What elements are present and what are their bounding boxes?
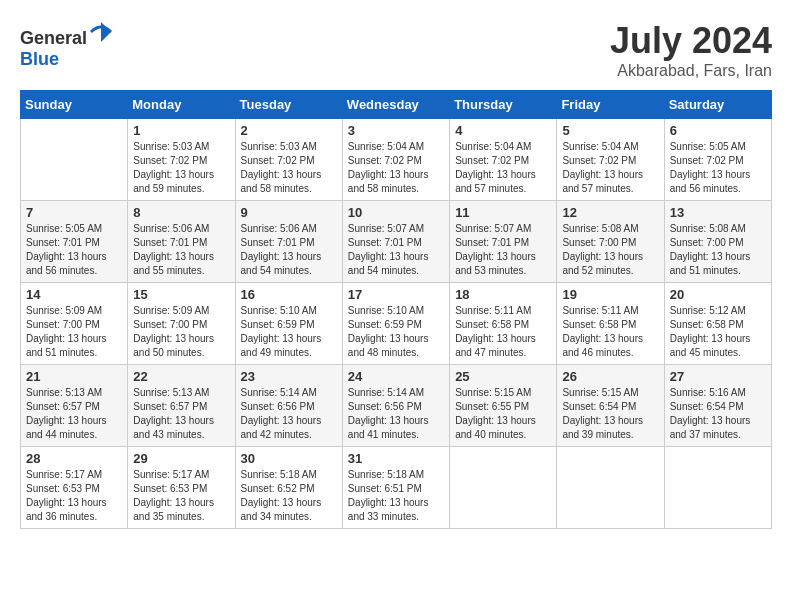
calendar-cell: 8Sunrise: 5:06 AMSunset: 7:01 PMDaylight… bbox=[128, 201, 235, 283]
day-info: Sunrise: 5:04 AMSunset: 7:02 PMDaylight:… bbox=[562, 140, 658, 196]
day-info: Sunrise: 5:07 AMSunset: 7:01 PMDaylight:… bbox=[455, 222, 551, 278]
logo-blue: Blue bbox=[20, 49, 59, 69]
calendar-cell: 23Sunrise: 5:14 AMSunset: 6:56 PMDayligh… bbox=[235, 365, 342, 447]
day-number: 25 bbox=[455, 369, 551, 384]
day-info: Sunrise: 5:14 AMSunset: 6:56 PMDaylight:… bbox=[348, 386, 444, 442]
day-info: Sunrise: 5:14 AMSunset: 6:56 PMDaylight:… bbox=[241, 386, 337, 442]
day-number: 3 bbox=[348, 123, 444, 138]
day-info: Sunrise: 5:03 AMSunset: 7:02 PMDaylight:… bbox=[133, 140, 229, 196]
calendar-cell: 29Sunrise: 5:17 AMSunset: 6:53 PMDayligh… bbox=[128, 447, 235, 529]
calendar-cell: 18Sunrise: 5:11 AMSunset: 6:58 PMDayligh… bbox=[450, 283, 557, 365]
calendar-cell: 17Sunrise: 5:10 AMSunset: 6:59 PMDayligh… bbox=[342, 283, 449, 365]
calendar-cell: 12Sunrise: 5:08 AMSunset: 7:00 PMDayligh… bbox=[557, 201, 664, 283]
day-number: 23 bbox=[241, 369, 337, 384]
day-info: Sunrise: 5:08 AMSunset: 7:00 PMDaylight:… bbox=[670, 222, 766, 278]
day-number: 6 bbox=[670, 123, 766, 138]
day-number: 9 bbox=[241, 205, 337, 220]
day-number: 28 bbox=[26, 451, 122, 466]
calendar-cell: 15Sunrise: 5:09 AMSunset: 7:00 PMDayligh… bbox=[128, 283, 235, 365]
header-day-monday: Monday bbox=[128, 91, 235, 119]
header-day-saturday: Saturday bbox=[664, 91, 771, 119]
calendar-header: SundayMondayTuesdayWednesdayThursdayFrid… bbox=[21, 91, 772, 119]
logo: General Blue bbox=[20, 20, 113, 70]
day-number: 10 bbox=[348, 205, 444, 220]
day-info: Sunrise: 5:17 AMSunset: 6:53 PMDaylight:… bbox=[133, 468, 229, 524]
day-info: Sunrise: 5:09 AMSunset: 7:00 PMDaylight:… bbox=[133, 304, 229, 360]
header-day-sunday: Sunday bbox=[21, 91, 128, 119]
logo-general: General bbox=[20, 28, 87, 48]
calendar-cell: 20Sunrise: 5:12 AMSunset: 6:58 PMDayligh… bbox=[664, 283, 771, 365]
day-number: 18 bbox=[455, 287, 551, 302]
page-header: General Blue July 2024 Akbarabad, Fars, … bbox=[20, 20, 772, 80]
header-day-thursday: Thursday bbox=[450, 91, 557, 119]
calendar-cell: 14Sunrise: 5:09 AMSunset: 7:00 PMDayligh… bbox=[21, 283, 128, 365]
calendar-cell: 5Sunrise: 5:04 AMSunset: 7:02 PMDaylight… bbox=[557, 119, 664, 201]
day-number: 11 bbox=[455, 205, 551, 220]
day-number: 13 bbox=[670, 205, 766, 220]
day-number: 1 bbox=[133, 123, 229, 138]
day-info: Sunrise: 5:18 AMSunset: 6:51 PMDaylight:… bbox=[348, 468, 444, 524]
month-title: July 2024 bbox=[610, 20, 772, 62]
day-info: Sunrise: 5:04 AMSunset: 7:02 PMDaylight:… bbox=[348, 140, 444, 196]
day-info: Sunrise: 5:09 AMSunset: 7:00 PMDaylight:… bbox=[26, 304, 122, 360]
calendar-cell: 11Sunrise: 5:07 AMSunset: 7:01 PMDayligh… bbox=[450, 201, 557, 283]
calendar-cell: 10Sunrise: 5:07 AMSunset: 7:01 PMDayligh… bbox=[342, 201, 449, 283]
calendar-cell bbox=[21, 119, 128, 201]
day-info: Sunrise: 5:05 AMSunset: 7:02 PMDaylight:… bbox=[670, 140, 766, 196]
day-info: Sunrise: 5:11 AMSunset: 6:58 PMDaylight:… bbox=[455, 304, 551, 360]
day-number: 20 bbox=[670, 287, 766, 302]
day-number: 30 bbox=[241, 451, 337, 466]
calendar-cell: 22Sunrise: 5:13 AMSunset: 6:57 PMDayligh… bbox=[128, 365, 235, 447]
day-info: Sunrise: 5:18 AMSunset: 6:52 PMDaylight:… bbox=[241, 468, 337, 524]
title-block: July 2024 Akbarabad, Fars, Iran bbox=[610, 20, 772, 80]
day-number: 22 bbox=[133, 369, 229, 384]
calendar-cell: 4Sunrise: 5:04 AMSunset: 7:02 PMDaylight… bbox=[450, 119, 557, 201]
calendar-cell: 28Sunrise: 5:17 AMSunset: 6:53 PMDayligh… bbox=[21, 447, 128, 529]
calendar-cell: 24Sunrise: 5:14 AMSunset: 6:56 PMDayligh… bbox=[342, 365, 449, 447]
calendar-cell: 26Sunrise: 5:15 AMSunset: 6:54 PMDayligh… bbox=[557, 365, 664, 447]
calendar-cell bbox=[450, 447, 557, 529]
day-info: Sunrise: 5:04 AMSunset: 7:02 PMDaylight:… bbox=[455, 140, 551, 196]
week-row-2: 14Sunrise: 5:09 AMSunset: 7:00 PMDayligh… bbox=[21, 283, 772, 365]
logo-text: General Blue bbox=[20, 20, 113, 70]
day-number: 8 bbox=[133, 205, 229, 220]
calendar-body: 1Sunrise: 5:03 AMSunset: 7:02 PMDaylight… bbox=[21, 119, 772, 529]
day-number: 7 bbox=[26, 205, 122, 220]
day-info: Sunrise: 5:06 AMSunset: 7:01 PMDaylight:… bbox=[133, 222, 229, 278]
day-info: Sunrise: 5:15 AMSunset: 6:55 PMDaylight:… bbox=[455, 386, 551, 442]
day-number: 12 bbox=[562, 205, 658, 220]
calendar-cell: 19Sunrise: 5:11 AMSunset: 6:58 PMDayligh… bbox=[557, 283, 664, 365]
week-row-0: 1Sunrise: 5:03 AMSunset: 7:02 PMDaylight… bbox=[21, 119, 772, 201]
calendar-cell: 25Sunrise: 5:15 AMSunset: 6:55 PMDayligh… bbox=[450, 365, 557, 447]
day-info: Sunrise: 5:07 AMSunset: 7:01 PMDaylight:… bbox=[348, 222, 444, 278]
calendar-cell: 3Sunrise: 5:04 AMSunset: 7:02 PMDaylight… bbox=[342, 119, 449, 201]
calendar-cell: 31Sunrise: 5:18 AMSunset: 6:51 PMDayligh… bbox=[342, 447, 449, 529]
calendar-cell: 1Sunrise: 5:03 AMSunset: 7:02 PMDaylight… bbox=[128, 119, 235, 201]
day-number: 17 bbox=[348, 287, 444, 302]
day-info: Sunrise: 5:03 AMSunset: 7:02 PMDaylight:… bbox=[241, 140, 337, 196]
logo-icon bbox=[89, 20, 113, 44]
calendar-cell bbox=[557, 447, 664, 529]
day-info: Sunrise: 5:10 AMSunset: 6:59 PMDaylight:… bbox=[348, 304, 444, 360]
day-number: 27 bbox=[670, 369, 766, 384]
day-number: 19 bbox=[562, 287, 658, 302]
day-number: 14 bbox=[26, 287, 122, 302]
calendar-cell: 6Sunrise: 5:05 AMSunset: 7:02 PMDaylight… bbox=[664, 119, 771, 201]
day-info: Sunrise: 5:13 AMSunset: 6:57 PMDaylight:… bbox=[133, 386, 229, 442]
day-info: Sunrise: 5:08 AMSunset: 7:00 PMDaylight:… bbox=[562, 222, 658, 278]
day-info: Sunrise: 5:16 AMSunset: 6:54 PMDaylight:… bbox=[670, 386, 766, 442]
day-info: Sunrise: 5:06 AMSunset: 7:01 PMDaylight:… bbox=[241, 222, 337, 278]
calendar-cell: 27Sunrise: 5:16 AMSunset: 6:54 PMDayligh… bbox=[664, 365, 771, 447]
day-info: Sunrise: 5:17 AMSunset: 6:53 PMDaylight:… bbox=[26, 468, 122, 524]
day-number: 15 bbox=[133, 287, 229, 302]
calendar-cell: 21Sunrise: 5:13 AMSunset: 6:57 PMDayligh… bbox=[21, 365, 128, 447]
header-day-friday: Friday bbox=[557, 91, 664, 119]
calendar-cell bbox=[664, 447, 771, 529]
day-number: 21 bbox=[26, 369, 122, 384]
week-row-3: 21Sunrise: 5:13 AMSunset: 6:57 PMDayligh… bbox=[21, 365, 772, 447]
day-number: 5 bbox=[562, 123, 658, 138]
header-row: SundayMondayTuesdayWednesdayThursdayFrid… bbox=[21, 91, 772, 119]
day-number: 24 bbox=[348, 369, 444, 384]
day-number: 31 bbox=[348, 451, 444, 466]
day-number: 16 bbox=[241, 287, 337, 302]
